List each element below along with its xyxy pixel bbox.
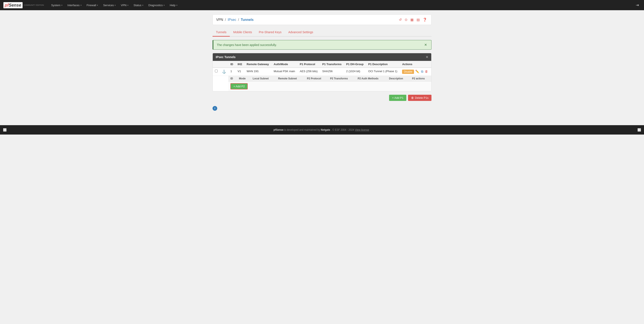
breadcrumb-sep-1: / bbox=[225, 18, 227, 21]
delete-icon[interactable]: 🗑 bbox=[425, 70, 428, 73]
sub-col-p2-protocol: P2 Protocol bbox=[305, 76, 328, 81]
anchor-icon[interactable]: ⚓ bbox=[222, 70, 226, 73]
col-checkbox bbox=[213, 61, 220, 68]
row-ike: V1 bbox=[236, 68, 244, 76]
chevron-down-icon: ▾ bbox=[80, 4, 82, 6]
chevron-down-icon: ▾ bbox=[164, 4, 164, 6]
footer: ⬜ pfSense is developed and maintained by… bbox=[0, 125, 644, 135]
logout-icon[interactable]: ⇥ bbox=[634, 2, 640, 8]
phase2-row: ID Mode Local Subnet Remote Subnet P2 Pr… bbox=[213, 76, 431, 91]
row-actions: Disable ✏️ ⧉ 🗑 bbox=[400, 68, 431, 76]
row-p1-dh-group: 2 (1024 bit) bbox=[344, 68, 366, 76]
tab-pre-shared-keys[interactable]: Pre-Shared Keys bbox=[255, 28, 285, 37]
nav-item-diagnostics[interactable]: Diagnostics ▾ bbox=[146, 2, 167, 8]
table-row: ⚓ 1 V1 WAN 193. Mutual PSK main AES (256… bbox=[213, 68, 431, 76]
add-p1-button[interactable]: + Add P1 bbox=[389, 95, 406, 101]
footer-license-link[interactable]: View license bbox=[355, 128, 369, 131]
success-alert: The changes have been applied successful… bbox=[212, 40, 432, 50]
nav-menu: System ▾ Interfaces ▾ Firewall ▾ Service… bbox=[49, 2, 634, 8]
copy-icon[interactable]: ⧉ bbox=[421, 70, 423, 73]
col-actions: Actions bbox=[400, 61, 431, 68]
disable-button[interactable]: Disable bbox=[402, 70, 414, 74]
trash-icon: 🗑 bbox=[411, 96, 414, 99]
col-p1-transforms: P1 Transforms bbox=[320, 61, 344, 68]
alert-close-button[interactable]: ✕ bbox=[423, 43, 428, 47]
col-id: ID bbox=[228, 61, 236, 68]
row-auth-mode: Mutual PSK main bbox=[272, 68, 298, 76]
add-p2-row: + Add P2 bbox=[228, 81, 431, 91]
row-id: 1 bbox=[228, 68, 236, 76]
edit-icon[interactable]: ✏️ bbox=[415, 70, 419, 73]
panel-collapse-icon[interactable]: ✕ bbox=[426, 55, 428, 59]
chevron-down-icon: ▾ bbox=[142, 4, 143, 6]
tabs: Tunnels Mobile Clients Pre-Shared Keys A… bbox=[212, 28, 432, 37]
tab-tunnels[interactable]: Tunnels bbox=[212, 28, 230, 37]
footer-right-icon: ⬜ bbox=[638, 128, 641, 132]
footer-middle-text: is developed and maintained by bbox=[284, 128, 321, 131]
row-checkbox[interactable] bbox=[215, 70, 218, 72]
add-p2-button[interactable]: + Add P2 bbox=[230, 83, 248, 89]
edition-text: COMMUNITY EDITION bbox=[24, 4, 44, 6]
chevron-down-icon: ▾ bbox=[114, 4, 116, 6]
col-auth-mode: Auth/Mode bbox=[272, 61, 298, 68]
sub-col-p2-auth-methods: P2 Auth Methods bbox=[356, 76, 387, 81]
chevron-down-icon: ▾ bbox=[97, 4, 98, 6]
tab-advanced-settings[interactable]: Advanced Settings bbox=[285, 28, 317, 37]
footer-text: pfSense is developed and maintained by N… bbox=[6, 128, 638, 131]
footer-brand: pfSense bbox=[274, 128, 284, 131]
sub-col-p2-transforms: P2 Transforms bbox=[328, 76, 356, 81]
breadcrumb-tunnels[interactable]: Tunnels bbox=[241, 18, 254, 21]
nav-item-status[interactable]: Status ▾ bbox=[132, 2, 146, 8]
chevron-down-icon: ▾ bbox=[176, 4, 178, 6]
col-p1-description: P1 Description bbox=[366, 61, 400, 68]
nav-item-firewall[interactable]: Firewall ▾ bbox=[84, 2, 100, 8]
row-p1-protocol: AES (256 bits) bbox=[298, 68, 320, 76]
page-content: VPN / IPsec / Tunnels ↺ ⊙ ▦ ▤ ❓ Tunnels … bbox=[209, 10, 435, 117]
tab-mobile-clients[interactable]: Mobile Clients bbox=[230, 28, 255, 37]
navbar-right: ⇥ bbox=[634, 2, 640, 8]
nav-item-services[interactable]: Services ▾ bbox=[101, 2, 118, 8]
footer-company: Netgate bbox=[321, 128, 330, 131]
sub-col-p2-actions: P2 actions bbox=[410, 76, 431, 81]
footer-left-icon: ⬜ bbox=[3, 128, 6, 132]
ipsec-tunnels-panel: IPsec Tunnels ✕ ID IKE Remote Gateway Au… bbox=[212, 53, 432, 91]
add-p2-cell: + Add P2 bbox=[228, 81, 431, 91]
reload-icon[interactable]: ↺ bbox=[398, 17, 402, 22]
sub-header-row: ID Mode Local Subnet Remote Subnet P2 Pr… bbox=[228, 76, 431, 81]
row-remote-gateway: WAN 193. bbox=[244, 68, 272, 76]
sub-col-local-subnet: Local Subnet bbox=[250, 76, 276, 81]
col-p1-protocol: P1 Protocol bbox=[298, 61, 320, 68]
sub-col-mode: Mode bbox=[237, 76, 250, 81]
bottom-actions: + Add P1 🗑 Delete P1s bbox=[212, 95, 432, 101]
nav-item-help[interactable]: Help ▾ bbox=[168, 2, 180, 8]
sub-col-remote-subnet: Remote Subnet bbox=[276, 76, 305, 81]
row-p1-description: OCI Tunnel 1 (Phase 1) bbox=[366, 68, 400, 76]
info-icon[interactable]: i bbox=[212, 106, 217, 111]
nav-item-interfaces[interactable]: Interfaces ▾ bbox=[66, 2, 84, 8]
table-header-row: ID IKE Remote Gateway Auth/Mode P1 Proto… bbox=[213, 61, 431, 68]
breadcrumb-sep-2: / bbox=[238, 18, 240, 21]
breadcrumb-vpn: VPN bbox=[216, 18, 223, 21]
breadcrumb-bar: VPN / IPsec / Tunnels ↺ ⊙ ▦ ▤ ❓ bbox=[212, 14, 432, 25]
logo-box: pfSense bbox=[4, 2, 22, 8]
footer-period: . bbox=[370, 128, 370, 131]
help-icon[interactable]: ❓ bbox=[422, 17, 428, 22]
row-checkbox-cell bbox=[213, 68, 220, 76]
sub-col-description: Description bbox=[387, 76, 410, 81]
nav-item-system[interactable]: System ▾ bbox=[49, 2, 64, 8]
table-icon[interactable]: ▤ bbox=[416, 17, 420, 22]
col-ike: IKE bbox=[236, 61, 244, 68]
chart-icon[interactable]: ▦ bbox=[410, 17, 414, 22]
tunnels-table: ID IKE Remote Gateway Auth/Mode P1 Proto… bbox=[213, 61, 431, 91]
row-anchor-cell: ⚓ bbox=[220, 68, 228, 76]
logo-text: pfSense bbox=[5, 3, 21, 7]
breadcrumb: VPN / IPsec / Tunnels bbox=[216, 18, 254, 22]
stop-icon[interactable]: ⊙ bbox=[404, 17, 408, 22]
p2-spacer bbox=[213, 76, 228, 91]
breadcrumb-ipsec[interactable]: IPsec bbox=[228, 18, 236, 21]
col-p1-dh-group: P1 DH-Group bbox=[344, 61, 366, 68]
breadcrumb-icons: ↺ ⊙ ▦ ▤ ❓ bbox=[398, 17, 428, 22]
col-remote-gateway: Remote Gateway bbox=[244, 61, 272, 68]
delete-p1s-button[interactable]: 🗑 Delete P1s bbox=[408, 95, 432, 101]
nav-item-vpn[interactable]: VPN ▾ bbox=[118, 2, 130, 8]
